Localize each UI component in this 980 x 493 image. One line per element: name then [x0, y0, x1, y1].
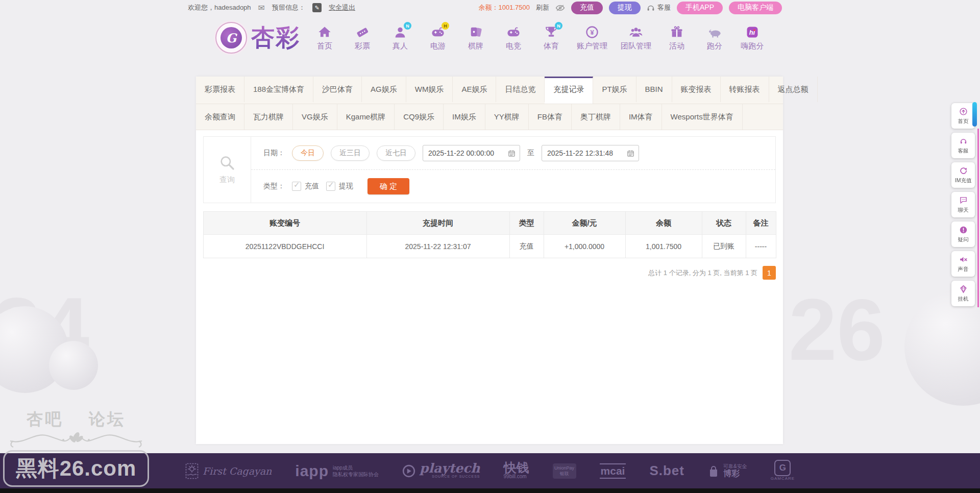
report-tab[interactable]: AG娱乐	[362, 77, 406, 102]
deposit-button[interactable]: 充值	[571, 2, 603, 14]
report-tab[interactable]: PT娱乐	[593, 77, 636, 102]
nav-live-casino[interactable]: N 真人	[388, 24, 412, 51]
page: 34 26 欢迎您，hadesadoph ✉ 预留信息： ✎ 安全退出 余额：1…	[0, 0, 980, 493]
eye-off-icon[interactable]	[555, 4, 565, 12]
nav-card-games[interactable]: 棋牌	[463, 24, 488, 51]
report-tab[interactable]: 沙巴体育	[313, 77, 362, 102]
pagination-summary: 总计 1 个记录, 分为 1 页, 当前第 1 页	[648, 268, 757, 278]
customer-service-link[interactable]: 客服	[647, 3, 671, 12]
float-item-im-recharge[interactable]: IM充值	[951, 162, 975, 188]
mail-icon[interactable]: ✉	[258, 3, 265, 13]
col-transaction-id: 账变编号	[203, 212, 366, 235]
report-tab[interactable]: 余额查询	[196, 104, 244, 130]
float-item-service[interactable]: 客服	[951, 133, 975, 158]
cards-icon	[468, 24, 483, 40]
trophy-icon: N	[544, 24, 559, 40]
nav-hi-paofen[interactable]: hi 嗨跑分	[740, 24, 765, 51]
mobile-app-button[interactable]: 手机APP	[677, 2, 723, 14]
logout-link[interactable]: 安全退出	[329, 3, 355, 12]
table-header-row: 账变编号 充提时间 类型 金额/元 余额 状态 备注	[203, 212, 776, 235]
nav-esports[interactable]: 电竞	[501, 24, 526, 51]
report-tab[interactable]: VG娱乐	[293, 104, 337, 130]
report-tab[interactable]: BBIN	[636, 77, 672, 102]
report-tab[interactable]: FB体育	[529, 104, 572, 130]
report-tab[interactable]: CQ9娱乐	[395, 104, 444, 130]
nav-lottery[interactable]: 彩票	[350, 24, 375, 51]
nav-sports[interactable]: N 体育	[539, 24, 564, 51]
quick-filter-3days[interactable]: 近三日	[331, 145, 370, 161]
report-tab[interactable]: 瓦力棋牌	[244, 104, 293, 130]
deposit-checkbox[interactable]: 充值	[292, 182, 319, 191]
date-from-field[interactable]	[423, 145, 520, 161]
report-tab[interactable]: 转账报表	[721, 77, 769, 102]
diamond-icon	[959, 285, 968, 293]
report-tabs-row2: 余额查询 瓦力棋牌 VG娱乐 Kgame棋牌 CQ9娱乐 IM娱乐 YY棋牌 F…	[196, 104, 783, 130]
checkbox-checked-icon[interactable]	[292, 182, 301, 191]
quick-filter-7days[interactable]: 近七日	[377, 145, 415, 161]
nav-team-management[interactable]: 团队管理	[621, 24, 651, 51]
footer-logo-unionpay: UnionPay银联	[553, 463, 576, 479]
brand-logo[interactable]: G 杏彩	[215, 22, 300, 54]
float-item-question[interactable]: 疑问	[951, 221, 975, 247]
float-item-home[interactable]: 首页	[951, 103, 975, 129]
calendar-icon[interactable]	[508, 150, 516, 157]
nav-promotions[interactable]: 活动	[665, 24, 689, 51]
date-to-input[interactable]	[546, 149, 624, 158]
home-icon	[317, 24, 332, 40]
date-to-field[interactable]	[542, 145, 639, 161]
report-tab[interactable]: 返点总额	[769, 77, 818, 102]
date-from-input[interactable]	[427, 149, 505, 158]
topbar-right: 余额：1001.7500 刷新 充值 提现 客服 手机APP 电脑客户端	[479, 2, 782, 14]
report-tab[interactable]: 彩票报表	[196, 77, 244, 102]
page-1-button[interactable]: 1	[763, 266, 776, 280]
calendar-icon[interactable]	[627, 150, 634, 157]
exclamation-icon	[959, 226, 968, 234]
headset-icon	[959, 137, 968, 145]
pagination: 总计 1 个记录, 分为 1 页, 当前第 1 页 1	[203, 266, 776, 280]
report-tab[interactable]: Kgame棋牌	[337, 104, 395, 130]
col-type: 类型	[509, 212, 544, 235]
float-item-sound[interactable]: 声音	[951, 251, 975, 277]
date-filter-row: 日期： 今日 近三日 近七日 至	[251, 137, 775, 170]
refresh-link[interactable]: 刷新	[536, 3, 549, 12]
report-tab[interactable]: 奥丁棋牌	[572, 104, 620, 130]
edit-pencil-icon[interactable]: ✎	[312, 3, 322, 12]
col-remark: 备注	[746, 212, 776, 235]
report-tab[interactable]: IM娱乐	[444, 104, 485, 130]
badge-n: N	[555, 22, 562, 30]
nav-home[interactable]: 首页	[312, 24, 337, 51]
table-row: 20251122VBDDGEHCCI 2025-11-22 12:31:07 充…	[203, 235, 776, 258]
report-tab[interactable]: Wesports世界体育	[662, 104, 743, 130]
report-tab[interactable]: WM娱乐	[406, 77, 453, 102]
report-tab-active[interactable]: 充提记录	[545, 77, 593, 104]
report-tab[interactable]: 账变报表	[672, 77, 721, 102]
withdraw-button[interactable]: 提现	[609, 2, 641, 14]
report-tab[interactable]: 188金宝博体育	[244, 77, 313, 102]
withdraw-checkbox[interactable]: 提现	[326, 182, 353, 191]
float-item-afk[interactable]: 挂机	[951, 281, 975, 306]
float-item-chat[interactable]: 聊天	[951, 192, 975, 217]
report-tab[interactable]: 日结总览	[496, 77, 545, 102]
team-icon	[628, 24, 644, 40]
report-tab[interactable]: AE娱乐	[453, 77, 496, 102]
person-icon: N	[393, 24, 408, 40]
report-tab[interactable]: YY棋牌	[485, 104, 529, 130]
background-number-right: 26	[789, 280, 885, 380]
nav-paofen[interactable]: 跑分	[702, 24, 727, 51]
pc-client-button[interactable]: 电脑客户端	[729, 2, 782, 14]
quick-filter-today[interactable]: 今日	[292, 145, 324, 161]
nav-account-management[interactable]: ¥ 账户管理	[577, 24, 607, 51]
site-header: G 杏彩 首页 彩票 N 真人 H 电游	[0, 19, 980, 70]
nav-slots[interactable]: H 电游	[426, 24, 450, 51]
report-tab[interactable]: IM体育	[620, 104, 662, 130]
brand-name: 杏彩	[251, 22, 300, 54]
watermark-left-text: 杏吧	[27, 408, 63, 431]
scrollbar-thumb[interactable]	[972, 102, 977, 127]
checkbox-checked-icon[interactable]	[326, 182, 335, 191]
confirm-button[interactable]: 确 定	[368, 178, 409, 194]
chat-bubble-icon	[959, 196, 968, 205]
gift-icon	[669, 24, 684, 40]
rhino-icon	[707, 24, 722, 40]
watermark-flourish	[7, 428, 145, 449]
cell-transaction-id: 20251122VBDDGEHCCI	[203, 235, 366, 258]
